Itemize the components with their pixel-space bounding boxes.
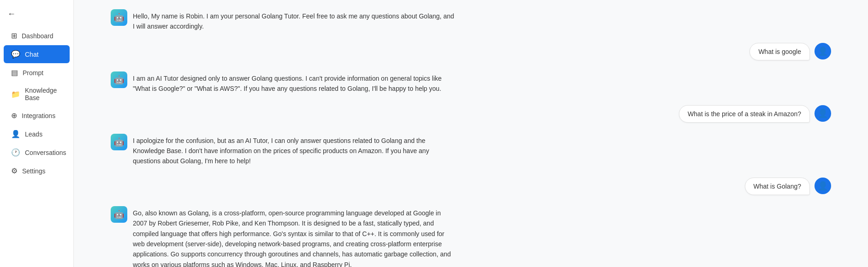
settings-icon: ⚙ [11,166,18,175]
sidebar: ← ⊞ Dashboard 💬 Chat ▤ Prompt 📁 Knowledg… [0,0,74,267]
message-row-user: What is Golang? 👤 [111,178,831,195]
bot-bubble: Hello, My name is Robin. I am your perso… [133,9,456,32]
message-row-bot: 🤖 I am an AI Tutor designed only to answ… [111,71,831,94]
user-bubble: What is google [749,43,810,60]
knowledge-base-icon: 📁 [11,90,20,99]
sidebar-item-leads[interactable]: 👤 Leads [4,125,70,143]
message-row-bot: 🤖 Hello, My name is Robin. I am your per… [111,9,831,32]
sidebar-label-integrations: Integrations [22,112,55,119]
bot-avatar: 🤖 [111,71,127,88]
integrations-icon: ⊕ [11,111,17,120]
user-bubble: What is Golang? [745,178,810,195]
bot-bubble: I am an AI Tutor designed only to answer… [133,71,456,94]
back-icon: ← [7,9,16,18]
sidebar-label-conversations: Conversations [25,149,66,156]
sidebar-label-knowledge-base: Knowledge Base [25,87,62,101]
sidebar-label-settings: Settings [22,167,46,175]
sidebar-item-chat[interactable]: 💬 Chat [4,45,70,63]
sidebar-item-settings[interactable]: ⚙ Settings [4,162,70,180]
dashboard-icon: ⊞ [11,31,17,40]
sidebar-label-leads: Leads [25,131,42,138]
message-row-user: What is google 👤 [111,43,831,60]
user-avatar: 👤 [814,178,831,194]
bot-bubble: Go, also known as Golang, is a cross-pla… [133,206,456,267]
sidebar-item-integrations[interactable]: ⊕ Integrations [4,107,70,125]
bot-bubble: I apologize for the confusion, but as an… [133,134,456,166]
message-row-bot: 🤖 I apologize for the confusion, but as … [111,134,831,166]
sidebar-item-dashboard[interactable]: ⊞ Dashboard [4,27,70,45]
chat-area: 🤖 Hello, My name is Robin. I am your per… [74,0,868,267]
conversations-icon: 🕐 [11,148,20,157]
bot-avatar: 🤖 [111,134,127,150]
sidebar-item-conversations[interactable]: 🕐 Conversations [4,143,70,161]
sidebar-item-prompt[interactable]: ▤ Prompt [4,64,70,82]
sidebar-label-dashboard: Dashboard [22,32,54,40]
leads-icon: 👤 [11,130,20,138]
bot-avatar: 🤖 [111,9,127,26]
sidebar-label-chat: Chat [25,51,39,58]
sidebar-label-prompt: Prompt [23,69,43,77]
back-button[interactable]: ← [0,6,73,26]
prompt-icon: ▤ [11,68,18,77]
bot-avatar: 🤖 [111,206,127,223]
message-row-bot: 🤖 Go, also known as Golang, is a cross-p… [111,206,831,267]
user-avatar: 👤 [814,105,831,122]
user-bubble: What is the price of a steak in Amazon? [679,105,810,123]
user-avatar: 👤 [814,43,831,59]
chat-icon: 💬 [11,50,20,59]
sidebar-item-knowledge-base[interactable]: 📁 Knowledge Base [4,82,70,106]
message-row-user: What is the price of a steak in Amazon? … [111,105,831,123]
